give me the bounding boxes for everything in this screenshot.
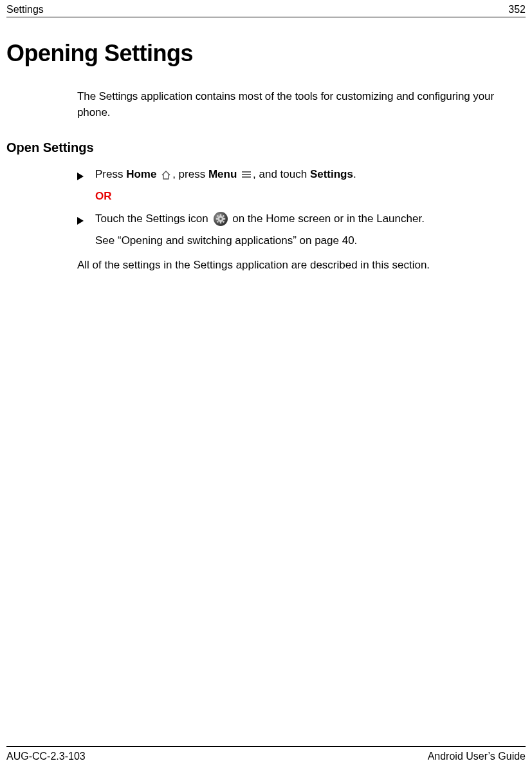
svg-rect-13 (223, 215, 225, 217)
closing-text: All of the settings in the Settings appl… (77, 259, 520, 272)
step-2-text-2: on the Home screen or in the Launcher. (230, 212, 425, 225)
svg-rect-9 (223, 218, 225, 220)
content-block: Press Home , press Menu , and touch Sett… (77, 166, 520, 249)
header-section: Settings (6, 4, 44, 15)
step-1-text-4: . (353, 168, 356, 180)
step-1-text-2: , press (172, 168, 208, 180)
home-icon (161, 168, 171, 177)
subheading: Open Settings (6, 140, 94, 155)
page: Settings 352 Opening Settings The Settin… (0, 0, 532, 770)
bullet-icon (77, 169, 84, 185)
svg-rect-11 (223, 221, 225, 223)
header-page-number: 352 (508, 4, 526, 15)
svg-rect-10 (217, 215, 219, 217)
footer-guide: Android User’s Guide (428, 751, 526, 762)
header-rule (6, 17, 526, 17)
intro-text: The Settings application contains most o… (77, 89, 520, 120)
see-reference: See “Opening and switching applications”… (95, 232, 520, 249)
step-2-text-1: Touch the Settings icon (95, 212, 212, 225)
step-1-text-1: Press (95, 168, 126, 180)
step-1: Press Home , press Menu , and touch Sett… (77, 166, 520, 183)
svg-marker-0 (77, 173, 84, 180)
svg-rect-8 (216, 218, 218, 220)
svg-rect-7 (220, 221, 221, 223)
svg-rect-6 (220, 214, 221, 216)
page-footer: AUG-CC-2.3-103 Android User’s Guide (6, 751, 526, 762)
footer-rule (6, 746, 526, 747)
menu-icon (241, 167, 252, 174)
svg-point-14 (219, 218, 222, 220)
bullet-icon (77, 213, 84, 230)
settings-icon (214, 212, 228, 226)
svg-marker-4 (77, 217, 84, 225)
step-1-bold-home: Home (126, 168, 156, 180)
page-title: Opening Settings (6, 40, 193, 67)
step-1-text-3: , and touch (253, 168, 310, 180)
step-1-bold-settings: Settings (310, 168, 353, 180)
svg-rect-12 (217, 221, 219, 223)
or-text: OR (95, 188, 520, 205)
step-2: Touch the Settings icon on the Home scre… (77, 211, 520, 227)
page-header: Settings 352 (6, 4, 526, 15)
footer-doc-id: AUG-CC-2.3-103 (6, 751, 86, 762)
step-1-bold-menu: Menu (208, 168, 237, 180)
